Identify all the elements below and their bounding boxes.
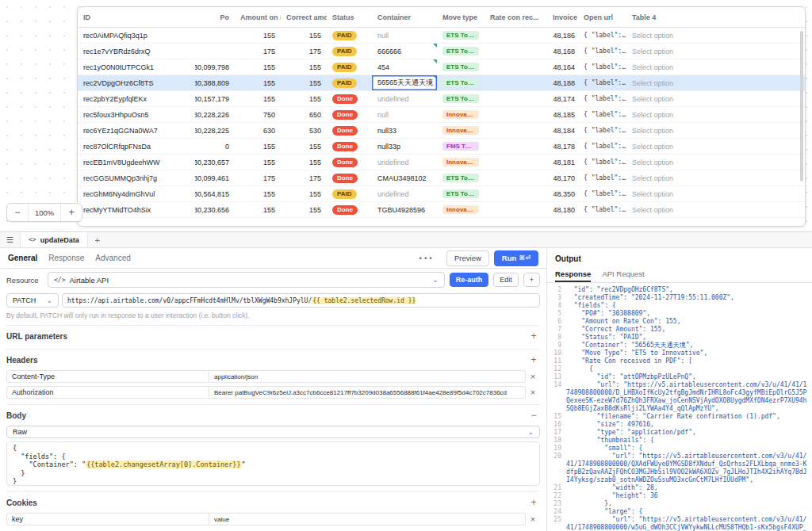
cell-table4-select[interactable]: Select option	[626, 155, 805, 170]
cell-table4-select[interactable]: Select option	[626, 91, 805, 106]
column-header-move-type[interactable]: Move type	[437, 7, 485, 27]
cell-table4-select[interactable]: Select option	[626, 44, 805, 59]
cookie-value-input[interactable]: value	[209, 513, 526, 525]
column-header-table4[interactable]: Table 4	[626, 7, 805, 27]
column-header-po[interactable]: Po	[195, 7, 235, 27]
tab-response-output[interactable]: Response	[555, 269, 591, 282]
zoom-out-button[interactable]: −	[7, 204, 28, 221]
cell-container[interactable]: 454	[372, 59, 437, 74]
resource-select[interactable]: </> Airtable API ⌄	[48, 272, 445, 288]
zoom-in-button[interactable]: +	[61, 204, 82, 221]
cell-move-type: Innovativ...	[437, 107, 485, 122]
add-url-parameter-button[interactable]: +	[527, 330, 540, 342]
move-type-tag: ETS To In...	[442, 174, 479, 182]
cell-container[interactable]: null	[372, 107, 437, 122]
header-key-input[interactable]: Content-Type	[6, 370, 209, 383]
query-tab-updatedata[interactable]: <> updateData	[21, 232, 88, 247]
method-helper-text: By default, PATCH will only run in respo…	[6, 311, 540, 319]
code-line: 18 "thumbnails": {	[547, 437, 809, 445]
tab-general[interactable]: General	[8, 254, 37, 262]
cell-correct: 155	[281, 28, 327, 43]
header-key-input[interactable]: Authorization	[6, 386, 209, 399]
run-button[interactable]: Run ⌘⏎	[494, 250, 538, 266]
table-row[interactable]: rec1yO0N0tUTPCGk130,099,798155155PAID454…	[78, 59, 805, 75]
cell-invoice: 48,180	[550, 202, 578, 217]
column-header-open-url[interactable]: Open url	[578, 7, 626, 27]
cell-container[interactable]: undefined	[372, 155, 437, 170]
cell-table4-select[interactable]: Select option	[626, 186, 805, 201]
add-header-button[interactable]: +	[527, 354, 540, 365]
edit-resource-button[interactable]: Edit	[493, 273, 519, 287]
collapse-body-button[interactable]: −	[527, 410, 540, 421]
table-row[interactable]: recGGSUMMQp3nhj7g30,099,461175175DoneCMA…	[78, 170, 805, 186]
more-options-button[interactable]: ···	[419, 251, 434, 266]
cell-container[interactable]: undefined	[372, 186, 437, 201]
reauth-button[interactable]: Re-auth	[450, 273, 489, 287]
remove-header-icon[interactable]: ×	[526, 388, 540, 397]
cell-table4-select[interactable]: Select option	[626, 59, 805, 74]
line-number: 23	[547, 500, 566, 508]
cell-table4-select[interactable]: Select option	[626, 107, 805, 122]
response-code[interactable]: 2 "id": "rec2VDpgOHz6Cf8TS",3 "createdTi…	[547, 283, 812, 531]
cell-open-url: { "label":…	[578, 123, 626, 138]
table-row[interactable]: rec5foux3HhpuOsn530,228,226750650Donenul…	[78, 107, 805, 123]
cell-invoice: 48,184	[550, 123, 578, 138]
tab-response[interactable]: Response	[48, 254, 84, 262]
tab-advanced[interactable]: Advanced	[95, 254, 130, 262]
cell-invoice: 48,185	[550, 107, 578, 122]
body-mode-select[interactable]: Raw ⌄	[6, 426, 540, 438]
table-row[interactable]: recEB1mV8UgdeehWW30,230,657155155Doneund…	[78, 155, 805, 170]
header-value-input[interactable]: application/json	[209, 370, 526, 383]
cell-container[interactable]: null33	[372, 123, 437, 138]
add-query-button[interactable]: +	[88, 232, 107, 247]
column-header-id[interactable]: ID	[78, 7, 195, 27]
cell-table4-select[interactable]: Select option	[626, 170, 805, 185]
column-header-invoice[interactable]: Invoice	[550, 7, 578, 27]
cell-container[interactable]: null33p	[372, 139, 437, 154]
column-header-rate-con[interactable]: Rate con rec...	[485, 7, 550, 27]
table-component[interactable]: ID Po Amount on r... Correct amo... Stat…	[77, 6, 806, 227]
add-cookie-button[interactable]: +	[527, 497, 540, 508]
queries-menu-icon[interactable]: ☰	[0, 232, 21, 247]
cell-container[interactable]: undefined	[372, 91, 437, 106]
column-header-amount[interactable]: Amount on r...	[235, 7, 281, 27]
cell-move-type: ETS To In...	[437, 91, 485, 106]
cell-container[interactable]: null	[372, 28, 437, 43]
header-value-input[interactable]: Bearer patBugVeC9r6z5eiJ.a3cc7cb6cce8121…	[209, 386, 526, 399]
cell-table4-select[interactable]: Select option	[626, 75, 805, 90]
remove-header-icon[interactable]: ×	[526, 372, 540, 381]
cell-table4-select[interactable]: Select option	[626, 202, 805, 217]
cell-table4-select[interactable]: Select option	[626, 139, 805, 154]
line-number: 3	[547, 294, 566, 302]
table-row[interactable]: recGhM6Ny4dmGhVul30,564,815155155PAIDund…	[78, 186, 805, 202]
table-row[interactable]: recMyYTMidTO4hSix30,230,656155155DoneTGB…	[78, 202, 805, 218]
table-row[interactable]: rec6YEz1qGGNa0WA730,228,225630530Donenul…	[78, 123, 805, 139]
cookie-key-input[interactable]: key	[6, 513, 209, 525]
cell-table4-select[interactable]: Select option	[626, 28, 805, 43]
add-resource-button[interactable]: +	[523, 273, 540, 287]
method-select[interactable]: PATCH ⌄	[6, 293, 59, 308]
column-header-correct[interactable]: Correct amo...	[281, 7, 327, 27]
cell-po: 30,099,461	[195, 170, 235, 185]
cell-po: 30,230,657	[195, 155, 235, 170]
cell-invoice: 48,170	[550, 170, 578, 185]
table-row[interactable]: rec2VDpgOHz6Cf8TS30,388,809155155PAID565…	[78, 75, 805, 91]
column-header-status[interactable]: Status	[327, 7, 372, 27]
column-header-container[interactable]: Container	[372, 7, 437, 27]
table-row[interactable]: rec87OlCRfqpFNsDa0155155Donenull33pFMS T…	[78, 139, 805, 155]
cell-table4-select[interactable]: Select option	[626, 123, 805, 138]
table-scrollbar[interactable]	[800, 31, 803, 181]
cell-container[interactable]: 666666	[372, 44, 437, 59]
table-row[interactable]: rec2pbY2EypfqlEKx30,157,179155155Doneund…	[78, 91, 805, 107]
body-editor[interactable]: { "fields": { "Container": "{{table2.cha…	[6, 441, 540, 486]
tab-api-request[interactable]: API Request	[602, 269, 644, 282]
url-input[interactable]: https://api.airtable.com/v0/appcFFmHcdt4…	[62, 293, 540, 308]
cell-container[interactable]: 56565天天通天境	[372, 75, 437, 90]
preview-button[interactable]: Preview	[446, 250, 489, 266]
cell-id: rec2pbY2EypfqlEKx	[78, 91, 195, 106]
remove-cookie-icon[interactable]: ×	[526, 514, 540, 524]
cell-container[interactable]: TGBU4928596	[372, 202, 437, 217]
table-row[interactable]: rec0AiMPAQfiq3q1p155155PAIDnullETS To In…	[78, 28, 805, 44]
cell-container[interactable]: CMAU3498102	[372, 170, 437, 185]
table-row[interactable]: rec1e7vYBRdz6drxQ175175PAID666666ETS To …	[78, 44, 805, 59]
